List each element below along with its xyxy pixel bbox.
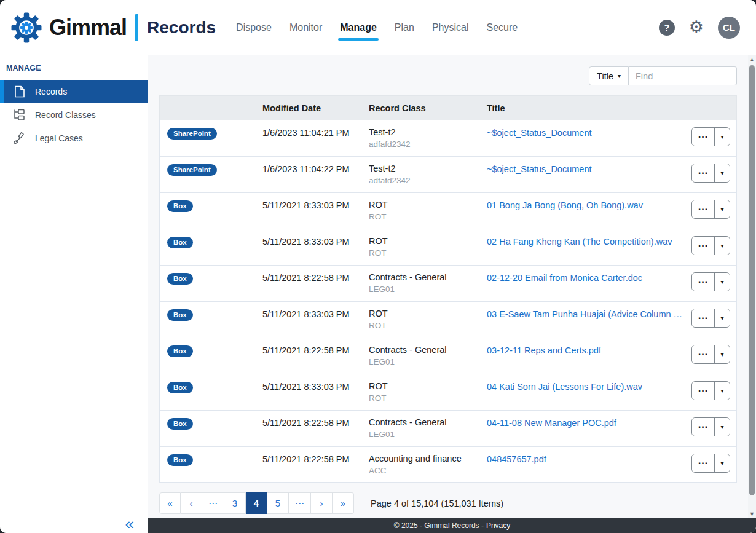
record-title-link[interactable]: 03 E-Saew Tam Punha Huajai (Advice Colum… (487, 309, 683, 319)
record-class-code: adfafd2342 (369, 140, 487, 149)
nav-item-monitor[interactable]: Monitor (289, 16, 323, 39)
records-table: Modified Date Record Class Title SharePo… (159, 95, 737, 483)
expand-actions-button[interactable]: ▾ (715, 273, 730, 291)
more-actions-button[interactable]: … (692, 237, 715, 255)
record-class-code: LEG01 (369, 357, 487, 366)
record-class-cell: Contracts - General LEG01 (369, 417, 487, 439)
more-actions-button[interactable]: … (692, 418, 715, 436)
user-avatar[interactable]: CL (718, 17, 740, 39)
row-actions: … ▾ (691, 309, 730, 328)
more-actions-button[interactable]: … (692, 200, 715, 218)
vertical-scrollbar[interactable]: ▲ ▼ (748, 55, 756, 518)
modified-date-cell: 1/6/2023 11:04:22 PM (262, 164, 369, 174)
more-actions-button[interactable]: … (692, 128, 715, 146)
sidebar-item-label: Legal Cases (35, 133, 83, 143)
nav-item-physical[interactable]: Physical (431, 16, 470, 39)
page-3-button[interactable]: 3 (224, 492, 246, 514)
record-class-cell: ROT ROT (369, 200, 487, 221)
more-actions-button[interactable]: … (692, 309, 715, 327)
expand-actions-button[interactable]: ▾ (715, 237, 730, 255)
scroll-down-arrow-icon[interactable]: ▼ (748, 510, 756, 518)
brand-logo: Gimmal Records (10, 11, 216, 44)
more-actions-button[interactable]: … (692, 164, 715, 182)
record-title-link[interactable]: 01 Bong Ja Bong (Bong, Oh Bong).wav (487, 200, 683, 210)
page-4-button-current[interactable]: 4 (246, 492, 267, 514)
nav-item-plan[interactable]: Plan (394, 16, 415, 39)
hierarchy-icon (13, 108, 26, 122)
expand-actions-button[interactable]: ▾ (715, 418, 730, 436)
sidebar-item-legal-cases[interactable]: Legal Cases (0, 127, 148, 150)
filter-field-label: Title (597, 71, 613, 81)
modified-date-cell: 5/11/2021 8:33:03 PM (262, 309, 369, 319)
app-footer: © 2025 - Gimmal Records - Privacy (148, 518, 756, 533)
record-class-cell: Test-t2 adfafd2342 (369, 164, 487, 185)
copyright-text: © 2025 - Gimmal Records - (394, 521, 484, 530)
nav-item-dispose[interactable]: Dispose (235, 16, 272, 39)
row-actions: … ▾ (691, 272, 730, 291)
settings-gear-icon[interactable]: ⚙ (689, 19, 704, 36)
record-title-link[interactable]: 04-11-08 New Manager POC.pdf (487, 417, 683, 428)
page-5-button[interactable]: 5 (267, 492, 289, 514)
table-row: Box 5/11/2021 8:22:58 PM Accounting and … (159, 446, 737, 483)
scrollbar-thumb[interactable] (749, 65, 755, 495)
more-actions-button[interactable]: … (692, 382, 715, 400)
record-class-code: LEG01 (369, 285, 487, 294)
row-actions: … ▾ (691, 164, 730, 183)
row-actions: … ▾ (691, 454, 730, 473)
row-actions: … ▾ (691, 236, 730, 255)
row-actions: … ▾ (691, 127, 730, 146)
more-actions-button[interactable]: … (692, 454, 715, 472)
pages-after-ellipsis-button[interactable]: ⋯ (289, 492, 311, 514)
nav-item-manage[interactable]: Manage (339, 16, 377, 39)
record-class-name: Contracts - General (369, 345, 487, 355)
record-title-link[interactable]: 02 Ha Fang Kheng Kan (The Competition).w… (487, 236, 683, 247)
sidebar-collapse-icon[interactable]: « (125, 516, 134, 532)
modified-date-cell: 5/11/2021 8:22:58 PM (262, 345, 369, 355)
privacy-link[interactable]: Privacy (486, 521, 510, 530)
row-actions: … ▾ (691, 200, 730, 219)
next-page-button[interactable]: › (311, 492, 333, 514)
first-page-button[interactable]: « (159, 492, 181, 514)
help-icon[interactable]: ? (659, 20, 675, 36)
expand-actions-button[interactable]: ▾ (715, 309, 730, 327)
record-class-cell: ROT ROT (369, 236, 487, 258)
scroll-up-arrow-icon[interactable]: ▲ (748, 55, 756, 64)
expand-actions-button[interactable]: ▾ (715, 128, 730, 146)
record-title-link[interactable]: 03-12-11 Reps and Certs.pdf (487, 345, 683, 355)
expand-actions-button[interactable]: ▾ (715, 200, 730, 218)
record-class-code: LEG01 (369, 430, 487, 439)
nav-item-secure[interactable]: Secure (486, 16, 518, 39)
caret-down-icon: ▾ (720, 133, 723, 140)
last-page-button[interactable]: » (333, 492, 354, 514)
find-input[interactable] (629, 66, 737, 85)
expand-actions-button[interactable]: ▾ (715, 345, 730, 363)
more-actions-button[interactable]: … (692, 273, 715, 291)
toolbar: Title ▾ (159, 66, 737, 85)
caret-down-icon: ▾ (720, 460, 723, 467)
expand-actions-button[interactable]: ▾ (715, 382, 730, 400)
record-title-link[interactable]: 04 Kati Sorn Jai (Lessons For Life).wav (487, 381, 683, 392)
search-group: Title ▾ (589, 66, 737, 85)
source-badge: Box (167, 382, 193, 393)
previous-page-button[interactable]: ‹ (181, 492, 202, 514)
record-title-link[interactable]: 048457657.pdf (487, 454, 683, 464)
record-title-link[interactable]: 02-12-20 Email from Monica Carter.doc (487, 272, 683, 283)
table-row: Box 5/11/2021 8:33:03 PM ROT ROT 02 Ha F… (159, 229, 737, 265)
expand-actions-button[interactable]: ▾ (715, 454, 730, 472)
pages-before-ellipsis-button[interactable]: ⋯ (202, 492, 224, 514)
row-actions: … ▾ (691, 345, 730, 364)
record-title-link[interactable]: ~$oject_Status_Document (487, 127, 683, 138)
content-area: MANAGE Records R (0, 55, 756, 533)
expand-actions-button[interactable]: ▾ (715, 164, 730, 182)
more-actions-button[interactable]: … (692, 345, 715, 363)
record-class-name: Test-t2 (369, 127, 487, 137)
record-title-link[interactable]: ~$oject_Status_Document (487, 164, 683, 174)
record-class-code: ROT (369, 321, 487, 330)
sidebar-item-record-classes[interactable]: Record Classes (0, 103, 148, 127)
record-class-cell: Accounting and finance ACC (369, 454, 487, 475)
table-row: SharePoint 1/6/2023 11:04:21 PM Test-t2 … (159, 120, 737, 156)
filter-field-dropdown[interactable]: Title ▾ (589, 66, 629, 85)
sidebar-item-records[interactable]: Records (0, 80, 148, 103)
modified-date-cell: 5/11/2021 8:33:03 PM (262, 200, 369, 210)
chevron-down-icon: ▾ (618, 73, 621, 79)
